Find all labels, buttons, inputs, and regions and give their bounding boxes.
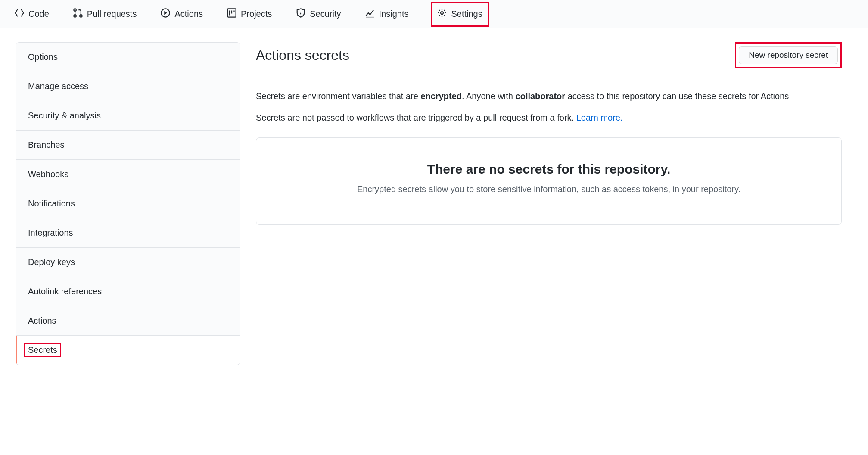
sidebar-item-label: Options [28,52,58,62]
sidebar-item-options[interactable]: Options [16,43,240,72]
tab-pull-requests[interactable]: Pull requests [72,6,139,22]
sidebar-item-autolink-references[interactable]: Autolink references [16,277,240,306]
desc-text: Secrets are not passed to workflows that… [256,113,576,122]
tab-insights[interactable]: Insights [364,6,411,22]
sidebar-item-label: Secrets [28,345,57,355]
page-title: Actions secrets [256,47,349,63]
sidebar-secrets-highlight: Secrets [24,343,61,357]
tab-settings-label: Settings [451,9,482,19]
sidebar-item-notifications[interactable]: Notifications [16,189,240,218]
tab-security[interactable]: Security [294,6,342,22]
tab-actions[interactable]: Actions [159,6,205,22]
sidebar-item-label: Autolink references [28,287,102,296]
secrets-description-1: Secrets are environment variables that a… [256,89,842,103]
settings-sidebar: Options Manage access Security & analysi… [16,42,240,365]
repo-tabs: Code Pull requests Actions Projects Secu… [0,0,868,28]
secrets-description-2: Secrets are not passed to workflows that… [256,111,842,125]
git-pull-request-icon [73,8,83,20]
empty-state-title: There are no secrets for this repository… [274,162,824,177]
sidebar-item-actions[interactable]: Actions [16,306,240,336]
project-board-icon [227,8,236,20]
svg-point-6 [441,12,443,14]
main-content: Actions secrets New repository secret Se… [256,42,842,365]
sidebar-item-security-analysis[interactable]: Security & analysis [16,101,240,131]
sidebar-item-label: Deploy keys [28,257,75,267]
sidebar-item-label: Integrations [28,228,73,237]
sidebar-item-manage-access[interactable]: Manage access [16,72,240,101]
tab-settings[interactable]: Settings [437,8,482,20]
page-body: Options Manage access Security & analysi… [0,28,868,379]
sidebar-item-label: Security & analysis [28,111,101,120]
sidebar-item-label: Manage access [28,81,88,91]
sidebar-item-deploy-keys[interactable]: Deploy keys [16,248,240,277]
sidebar-item-secrets[interactable]: Secrets [16,336,240,365]
code-icon [15,8,24,20]
svg-point-2 [80,15,82,17]
tab-projects[interactable]: Projects [225,6,274,22]
svg-point-1 [74,15,76,17]
desc-text: . Anyone with [462,91,516,101]
tab-insights-label: Insights [379,9,409,19]
sidebar-item-integrations[interactable]: Integrations [16,218,240,248]
sidebar-item-label: Branches [28,140,65,150]
desc-bold: collaborator [516,91,566,101]
tab-code[interactable]: Code [13,6,51,22]
new-secret-highlight: New repository secret [735,42,842,68]
desc-text: access to this repository can use these … [565,91,791,101]
sidebar-item-label: Actions [28,316,56,325]
sidebar-item-webhooks[interactable]: Webhooks [16,160,240,189]
desc-bold: encrypted [420,91,462,101]
graph-icon [365,8,375,20]
sidebar-item-label: Notifications [28,199,75,208]
main-header: Actions secrets New repository secret [256,42,842,77]
learn-more-link[interactable]: Learn more. [576,113,623,122]
desc-text: Secrets are environment variables that a… [256,91,420,101]
shield-icon [296,8,305,20]
gear-icon [437,8,447,20]
tab-settings-highlight: Settings [431,2,488,27]
tab-code-label: Code [28,9,49,19]
sidebar-item-branches[interactable]: Branches [16,131,240,160]
tab-actions-label: Actions [174,9,203,19]
tab-projects-label: Projects [241,9,272,19]
new-repository-secret-button[interactable]: New repository secret [739,46,838,64]
sidebar-item-label: Webhooks [28,169,68,179]
empty-state-subtitle: Encrypted secrets allow you to store sen… [274,184,824,194]
tab-pr-label: Pull requests [87,9,137,19]
svg-point-0 [74,9,76,11]
tab-security-label: Security [310,9,341,19]
svg-point-5 [300,12,301,13]
empty-state: There are no secrets for this repository… [256,137,842,225]
play-circle-icon [161,8,170,20]
